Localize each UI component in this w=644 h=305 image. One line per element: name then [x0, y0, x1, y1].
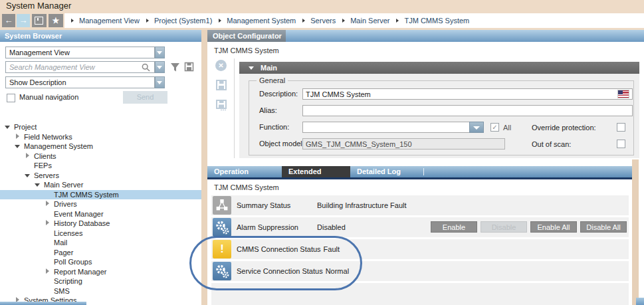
tree-indent	[44, 211, 53, 217]
configured-object-name: TJM CMMS System	[214, 47, 279, 54]
tree-item-event-manager[interactable]: Event Manager	[0, 209, 201, 219]
description-field[interactable]	[302, 88, 633, 100]
tree-indent	[44, 288, 53, 294]
breadcrumb-item-main-server[interactable]: Main Server	[350, 17, 389, 25]
language-flag-icon	[618, 90, 629, 98]
save-filter-icon[interactable]	[184, 62, 194, 72]
tree-item-label: Pager	[54, 249, 73, 256]
tree-item-label: Licenses	[54, 229, 82, 237]
collapsed-arrow-icon[interactable]	[44, 201, 53, 207]
breadcrumb-separator-icon	[396, 19, 399, 23]
expanded-arrow-icon[interactable]	[4, 124, 13, 130]
breadcrumb-item-servers[interactable]: Servers	[310, 17, 336, 25]
view-selector-dropdown-button[interactable]	[155, 47, 165, 58]
disable-all-button[interactable]: Disable All	[580, 221, 627, 233]
favorites-button[interactable]: ★	[49, 14, 63, 27]
tree-item-feps[interactable]: FEPs	[0, 161, 201, 171]
collapsed-arrow-icon[interactable]	[44, 220, 53, 227]
discard-changes-button[interactable]: ✕	[215, 60, 227, 71]
tree-item-mail[interactable]: Mail	[0, 238, 201, 248]
tree-item-clients[interactable]: Clients	[0, 152, 201, 161]
tree-item-scripting[interactable]: Scripting	[0, 276, 201, 286]
view-selector[interactable]: Management View	[5, 47, 155, 58]
history-button[interactable]	[32, 14, 47, 27]
collapsed-arrow-icon[interactable]	[44, 268, 53, 275]
tree-item-poll-groups[interactable]: Poll Groups	[0, 257, 201, 267]
status-row-summary-status: Summary StatusBuilding Infrastructure Fa…	[211, 195, 629, 215]
tree-indent	[44, 258, 53, 265]
send-button[interactable]: Send	[123, 91, 167, 104]
status-label: Summary Status	[237, 201, 317, 209]
tree-item-label: TJM CMMS System	[54, 191, 119, 199]
tree-item-field-networks[interactable]: Field Networks	[0, 132, 201, 142]
object-configurator-tab[interactable]: Object Configurator	[207, 30, 286, 42]
back-arrow-icon: ←	[5, 15, 13, 25]
save-as-button[interactable]	[215, 99, 227, 111]
system-browser-panel: System Browser Management View Show Desc…	[0, 30, 201, 305]
breadcrumb-separator-icon	[71, 19, 74, 23]
save-button[interactable]	[215, 79, 227, 91]
tree-item-drivers[interactable]: Drivers	[0, 199, 201, 209]
close-icon: ✕	[218, 62, 223, 69]
filter-funnel-icon[interactable]	[170, 62, 180, 72]
tab-extended-operation[interactable]: Extended Operation	[282, 166, 350, 177]
tree-item-label: Report Manager	[54, 268, 107, 276]
search-dropdown-button[interactable]	[155, 61, 165, 73]
tree-item-report-manager[interactable]: Report Manager	[0, 267, 201, 277]
enable-button[interactable]: Enable	[431, 221, 477, 233]
function-dropdown-button[interactable]	[469, 122, 484, 133]
tree-item-project[interactable]: Project	[0, 122, 201, 132]
manual-navigation-checkbox[interactable]	[7, 94, 15, 102]
tree-item-sms[interactable]: SMS	[0, 286, 201, 296]
all-checkbox[interactable]: ✓	[490, 123, 499, 132]
status-row-alarm-suppression: Alarm SuppressionDisabledEnableDisableEn…	[211, 217, 629, 237]
check-icon: ✓	[492, 124, 497, 131]
breadcrumb-separator-icon	[219, 19, 221, 23]
tree-item-label: FEPs	[34, 161, 52, 169]
tree-item-label: SMS	[54, 287, 70, 295]
tree-item-licenses[interactable]: Licenses	[0, 229, 201, 239]
tree-item-tjm-cmms-system[interactable]: TJM CMMS System	[0, 190, 201, 200]
tree-item-management-system[interactable]: Management System	[0, 142, 201, 152]
breadcrumb-item-management-view[interactable]: Management View	[79, 17, 140, 25]
tree-item-label: Drivers	[54, 200, 77, 208]
override-protection-checkbox[interactable]	[617, 123, 625, 132]
alias-field[interactable]	[302, 105, 633, 116]
enable-all-button[interactable]: Enable All	[530, 221, 577, 233]
description-mode-dropdown-button[interactable]	[155, 76, 165, 88]
alias-label: Alias:	[259, 105, 277, 116]
bottom-left-panel-edge	[0, 302, 86, 305]
collapse-arrow-icon	[249, 66, 254, 70]
window-title: System Manager	[6, 1, 71, 11]
breadcrumb-separator-icon	[146, 19, 149, 23]
back-button[interactable]: ←	[2, 14, 15, 27]
bottom-right-panel-edge	[636, 298, 644, 305]
function-field[interactable]	[302, 122, 484, 133]
tab-detailed-log[interactable]: Detailed Log	[350, 166, 423, 177]
title-bar: System Manager	[0, 0, 644, 12]
collapsed-arrow-icon[interactable]	[24, 153, 33, 159]
tree-item-pager[interactable]: Pager	[0, 248, 201, 258]
expanded-arrow-icon[interactable]	[34, 181, 43, 188]
main-section-header[interactable]: Main	[239, 62, 639, 74]
expanded-arrow-icon[interactable]	[14, 143, 23, 150]
breadcrumb-item-management-system[interactable]: Management System	[227, 17, 296, 25]
system-browser-header: System Browser	[0, 30, 201, 42]
tree-item-servers[interactable]: Servers	[0, 171, 201, 181]
description-mode-selector[interactable]: Show Description	[5, 76, 155, 88]
tree-item-main-server[interactable]: Main Server	[0, 180, 201, 190]
expanded-arrow-icon[interactable]	[24, 172, 33, 179]
collapsed-arrow-icon[interactable]	[14, 134, 23, 140]
breadcrumb-item-project-system1[interactable]: Project (System1)	[154, 17, 212, 25]
out-of-scan-checkbox[interactable]	[617, 140, 625, 148]
tab-operation[interactable]: Operation	[207, 166, 282, 177]
forward-button[interactable]: →	[17, 14, 30, 27]
tree-indent	[24, 162, 33, 169]
tree-item-label: Management System	[24, 142, 93, 150]
history-icon	[35, 17, 43, 25]
breadcrumb-item-tjm-cmms-system[interactable]: TJM CMMS System	[404, 17, 469, 25]
disable-button[interactable]: Disable	[481, 221, 527, 233]
tree-item-history-database[interactable]: History Database	[0, 219, 201, 229]
search-input[interactable]	[5, 61, 155, 73]
tree-indent	[44, 230, 53, 237]
